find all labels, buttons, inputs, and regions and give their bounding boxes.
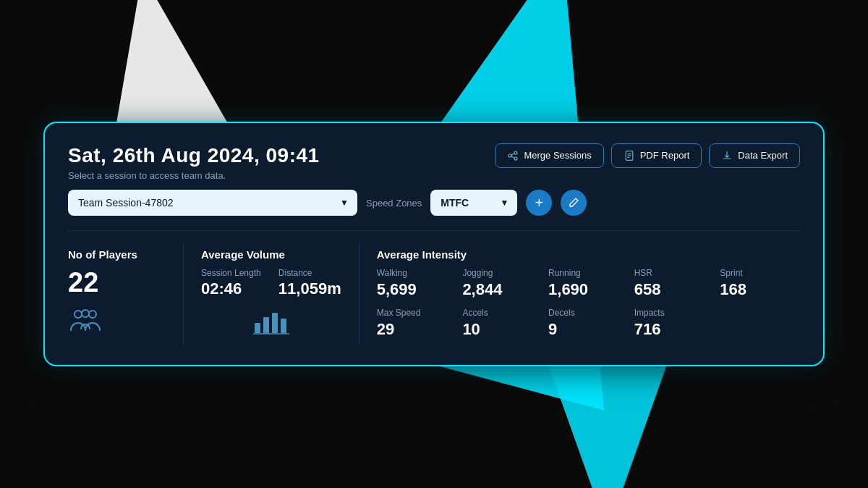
add-button[interactable]: + [526, 190, 552, 216]
impacts-label: Impacts [634, 308, 715, 318]
intensity-item-maxspeed: Max Speed 29 [377, 308, 457, 339]
session-select[interactable]: Team Session-47802 [68, 190, 357, 216]
intensity-item-hsr: HSR 658 [634, 268, 715, 299]
pdf-report-label: PDF Report [640, 150, 690, 161]
intensity-section: Average Intensity Walking 5,699 Jogging … [359, 243, 800, 345]
running-value: 1,690 [548, 280, 629, 299]
accels-value: 10 [462, 320, 542, 339]
jogging-value: 2,844 [462, 280, 542, 299]
distance-item: Distance 11,059m [278, 268, 341, 298]
players-section: No of Players 22 [68, 243, 184, 345]
sprint-label: Sprint [720, 268, 800, 278]
svg-rect-13 [263, 317, 269, 333]
svg-rect-14 [272, 313, 278, 333]
impacts-value: 716 [634, 320, 715, 339]
volume-grid: Session Length 02:46 Distance 11,059m [201, 268, 341, 298]
svg-rect-15 [281, 319, 286, 333]
chart-icon-wrapper [201, 308, 341, 335]
intensity-title: Average Intensity [377, 248, 800, 261]
pencil-icon [568, 197, 579, 209]
players-icon [68, 307, 166, 336]
intensity-item-jogging: Jogging 2,844 [462, 268, 542, 299]
svg-point-9 [75, 311, 82, 318]
export-icon [721, 150, 733, 161]
subtitle: Select a session to access team data. [68, 170, 320, 181]
jogging-label: Jogging [462, 268, 542, 278]
decels-label: Decels [548, 308, 629, 318]
intensity-item-sprint: Sprint 168 [720, 268, 800, 299]
volume-title: Average Volume [201, 248, 341, 261]
svg-line-3 [511, 153, 514, 155]
header-buttons: Merge Sessions PDF Report Data Export [495, 143, 800, 168]
svg-point-10 [89, 311, 96, 318]
data-export-label: Data Export [738, 150, 788, 161]
speed-zones-label: Speed Zones [366, 198, 422, 209]
maxspeed-value: 29 [377, 320, 457, 339]
filter-row: Team Session-47802 ▼ Speed Zones MTFC ▼ … [68, 190, 800, 216]
walking-value: 5,699 [377, 280, 457, 299]
intensity-grid: Walking 5,699 Jogging 2,844 Running 1,69… [377, 268, 800, 339]
header-row: Sat, 26th Aug 2024, 09:41 Select a sessi… [68, 143, 800, 182]
merge-icon [507, 150, 519, 161]
sprint-value: 168 [720, 280, 800, 299]
pdf-report-button[interactable]: PDF Report [611, 143, 702, 168]
svg-point-2 [514, 157, 517, 160]
team-icon [68, 307, 103, 333]
session-length-item: Session Length 02:46 [201, 268, 264, 298]
pdf-icon [624, 150, 635, 161]
session-length-value: 02:46 [201, 279, 264, 298]
players-value: 22 [68, 268, 166, 298]
svg-rect-12 [255, 323, 260, 333]
running-label: Running [548, 268, 629, 278]
decels-value: 9 [548, 320, 629, 339]
intensity-item-empty [720, 308, 800, 339]
svg-line-4 [511, 156, 514, 158]
intensity-item-impacts: Impacts 716 [634, 308, 715, 339]
intensity-item-decels: Decels 9 [548, 308, 629, 339]
intensity-item-running: Running 1,690 [548, 268, 629, 299]
merge-sessions-label: Merge Sessions [524, 150, 591, 161]
hsr-value: 658 [634, 280, 715, 299]
svg-point-0 [509, 154, 511, 157]
maxspeed-label: Max Speed [377, 308, 457, 318]
distance-value: 11,059m [278, 279, 341, 298]
players-title: No of Players [68, 248, 166, 261]
svg-point-11 [82, 310, 89, 317]
distance-label: Distance [278, 268, 341, 278]
speed-zones-select[interactable]: MTFC [430, 190, 517, 216]
intensity-item-walking: Walking 5,699 [377, 268, 457, 299]
svg-point-1 [514, 151, 517, 154]
intensity-item-accels: Accels 10 [462, 308, 542, 339]
speed-zones-select-wrapper: MTFC ▼ [430, 190, 517, 216]
data-export-button[interactable]: Data Export [709, 143, 800, 168]
main-card: Sat, 26th Aug 2024, 09:41 Select a sessi… [43, 122, 825, 367]
session-length-label: Session Length [201, 268, 264, 278]
accels-label: Accels [462, 308, 542, 318]
edit-button[interactable] [561, 190, 587, 216]
bar-chart-icon [253, 308, 289, 335]
volume-section: Average Volume Session Length 02:46 Dist… [184, 243, 359, 345]
date-title: Sat, 26th Aug 2024, 09:41 [68, 143, 320, 168]
session-select-wrapper: Team Session-47802 ▼ [68, 190, 357, 216]
walking-label: Walking [377, 268, 457, 278]
merge-sessions-button[interactable]: Merge Sessions [495, 143, 603, 168]
header-left: Sat, 26th Aug 2024, 09:41 Select a sessi… [68, 143, 320, 182]
hsr-label: HSR [634, 268, 715, 278]
stats-row: No of Players 22 Average Volume [68, 230, 800, 345]
